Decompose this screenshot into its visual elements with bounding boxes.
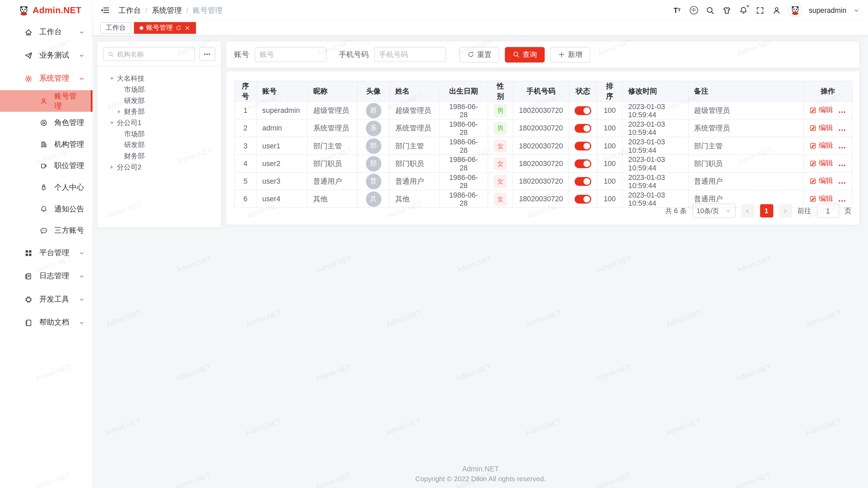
org-search-row: ••• [97, 41, 221, 66]
edit-button[interactable]: 编辑 [809, 141, 833, 150]
breadcrumb-separator: / [186, 6, 188, 14]
gender-badge: 男 [494, 104, 507, 117]
reset-button[interactable]: 重置 [459, 47, 499, 62]
brand-logo[interactable]: Admin.NET [0, 0, 93, 20]
more-actions-button[interactable]: ••• [839, 145, 846, 150]
col-account: 账号 [256, 81, 307, 101]
avatar: 部 [366, 138, 381, 154]
tree-node[interactable]: 大名科技 [97, 73, 221, 84]
page-size-select[interactable]: 10条/页 [692, 204, 735, 218]
menu-fold-icon[interactable] [100, 5, 110, 15]
notification-icon[interactable] [738, 5, 748, 15]
breadcrumb-system-management[interactable]: 系统管理 [152, 5, 182, 15]
user-avatar[interactable] [788, 3, 802, 17]
query-button[interactable]: 查询 [505, 47, 545, 62]
sidebar-item-system-management[interactable]: 系统管理 [0, 67, 93, 90]
tree-node[interactable]: 市场部 [97, 128, 221, 140]
org-tree-panel: ••• 大名科技 市场部 研发部 财务部 [97, 41, 221, 228]
more-actions-button[interactable]: ••• [839, 127, 846, 133]
sidebar-item-platform-management[interactable]: 平台管理 [0, 241, 93, 265]
more-actions-button[interactable]: ••• [839, 180, 846, 186]
tree-node[interactable]: 研发部 [97, 139, 221, 150]
edit-button[interactable]: 编辑 [809, 123, 833, 133]
current-page[interactable]: 1 [760, 204, 773, 217]
tree-node[interactable]: 研发部 [97, 95, 221, 106]
more-actions-button[interactable]: ••• [839, 163, 846, 168]
col-sort: 排序 [597, 81, 623, 101]
edit-button[interactable]: 编辑 [809, 158, 833, 168]
sidebar-subitem-label: 角色管理 [54, 118, 84, 127]
sidebar-item-dev-tools[interactable]: 开发工具 [0, 288, 93, 311]
account-input[interactable] [255, 47, 327, 62]
goto-page-input[interactable] [817, 204, 839, 218]
sidebar-item-label: 日志管理 [39, 271, 69, 281]
caret-down-icon[interactable] [108, 120, 115, 126]
app-root: Admin.NET 工作台 业务测试 系统管理 账号管理 角色管理 机构管理 [0, 0, 868, 488]
sidebar-item-business-test[interactable]: 业务测试 [0, 44, 93, 67]
col-birth: 出生日期 [439, 81, 488, 101]
avatar: 超 [366, 103, 381, 118]
pagination-total: 共 6 条 [665, 206, 687, 216]
caret-right-icon[interactable] [108, 164, 115, 170]
status-toggle[interactable] [575, 177, 591, 186]
language-icon[interactable]: 中 [689, 5, 698, 15]
org-search-input[interactable] [117, 50, 190, 58]
notification-badge [746, 4, 750, 7]
table-row: 1 superadmin 超级管理员 超 超级管理员 1986-06-28 男 … [234, 102, 852, 119]
sidebar-subitem-notice[interactable]: 通知公告 [0, 198, 93, 220]
sidebar: Admin.NET 工作台 业务测试 系统管理 账号管理 角色管理 机构管理 [0, 0, 93, 488]
font-size-icon[interactable]: TT [672, 5, 682, 15]
tree-node[interactable]: 财务部 [97, 150, 221, 162]
col-nickname: 昵称 [308, 81, 358, 101]
prev-page-button[interactable] [741, 204, 754, 217]
status-toggle[interactable] [575, 195, 591, 203]
sidebar-subitem-personal-center[interactable]: 个人中心 [0, 177, 93, 198]
tab-refresh-icon[interactable] [176, 25, 182, 31]
edit-button[interactable]: 编辑 [809, 194, 833, 204]
sidebar-item-label: 工作台 [39, 27, 62, 37]
tree-node[interactable]: 分公司2 [97, 162, 221, 173]
fullscreen-icon[interactable] [755, 5, 765, 15]
phone-input[interactable] [374, 47, 446, 62]
sidebar-subitem-position-management[interactable]: 职位管理 [0, 155, 93, 177]
sidebar-item-workbench[interactable]: 工作台 [0, 20, 93, 44]
sidebar-subitem-account-management[interactable]: 账号管理 [0, 90, 93, 112]
search-icon [513, 51, 520, 58]
username[interactable]: superadmin [809, 6, 846, 14]
status-toggle[interactable] [575, 106, 591, 115]
more-actions-button[interactable]: ••• [839, 198, 846, 203]
status-toggle[interactable] [575, 124, 591, 133]
sidebar-subitem-third-party-account[interactable]: 三方账号 [0, 220, 93, 241]
tab-account-management[interactable]: 账号管理 [134, 22, 196, 33]
breadcrumb-workbench[interactable]: 工作台 [118, 5, 141, 15]
sidebar-item-label: 开发工具 [39, 294, 69, 304]
user-menu-chevron-icon[interactable] [853, 7, 860, 14]
sidebar-subitem-label: 通知公告 [54, 204, 84, 214]
sidebar-subitem-org-management[interactable]: 机构管理 [0, 133, 93, 155]
sidebar-item-help-docs[interactable]: 帮助文档 [0, 311, 93, 334]
tree-node[interactable]: 财务部 [97, 106, 221, 117]
sidebar-item-label: 系统管理 [39, 74, 69, 83]
tree-node[interactable]: 市场部 [97, 84, 221, 95]
profile-icon[interactable] [772, 5, 782, 15]
status-toggle[interactable] [575, 159, 591, 168]
status-toggle[interactable] [575, 142, 591, 150]
gender-badge: 女 [494, 140, 507, 152]
theme-skin-icon[interactable] [722, 5, 732, 15]
caret-down-icon[interactable] [108, 75, 115, 82]
next-page-button[interactable] [778, 204, 792, 217]
more-actions-button[interactable]: ••• [839, 109, 846, 115]
breadcrumb-account-management: 账号管理 [193, 5, 222, 15]
edit-button[interactable]: 编辑 [809, 176, 833, 186]
search-icon[interactable] [705, 5, 715, 15]
gender-badge: 女 [494, 157, 507, 169]
sidebar-subitem-role-management[interactable]: 角色管理 [0, 112, 93, 134]
tab-workbench[interactable]: 工作台 [100, 22, 131, 33]
sidebar-item-log-management[interactable]: 日志管理 [0, 264, 93, 288]
tree-node[interactable]: 分公司1 [97, 117, 221, 128]
tab-close-icon[interactable] [184, 25, 191, 31]
org-more-button[interactable]: ••• [199, 47, 215, 61]
edit-button[interactable]: 编辑 [809, 105, 833, 115]
add-button[interactable]: 新增 [550, 47, 590, 62]
caret-right-icon[interactable] [116, 108, 122, 115]
